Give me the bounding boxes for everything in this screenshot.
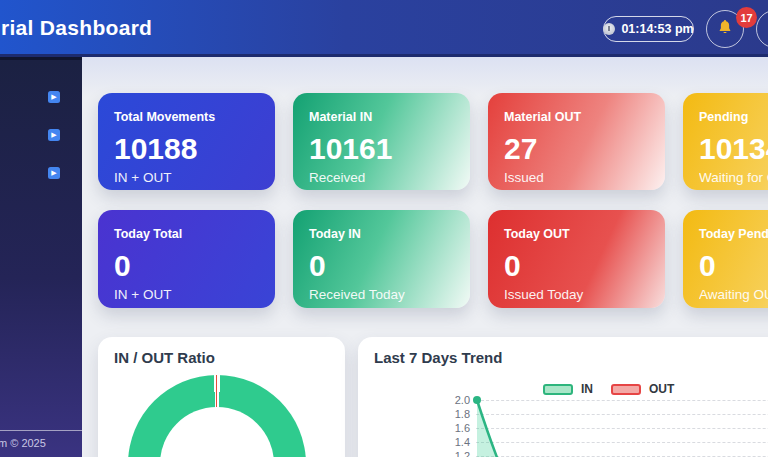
stat-card-today-total: Today Total 0 IN + OUT: [98, 210, 275, 308]
card-value: 0: [504, 251, 649, 281]
card-title: Today Pending: [699, 227, 768, 241]
card-title: Today OUT: [504, 227, 649, 241]
stat-card-material-in: Material IN 10161 Received: [293, 93, 470, 190]
in-out-ratio-donut-chart: [128, 375, 306, 457]
stat-card-today-in: Today IN 0 Received Today: [293, 210, 470, 308]
menu-arrow-icon[interactable]: ▶: [48, 129, 60, 141]
card-value: 0: [309, 251, 454, 281]
card-title: Material OUT: [504, 110, 649, 124]
stat-card-total-movements: Total Movements 10188 IN + OUT: [98, 93, 275, 190]
notification-count-badge: 17: [736, 7, 757, 28]
card-title: Today Total: [114, 227, 259, 241]
content-background: [82, 57, 768, 97]
bell-icon: [716, 18, 734, 40]
sidebar-divider: [0, 430, 82, 431]
card-subtitle: IN + OUT: [114, 170, 259, 185]
stat-card-material-out: Material OUT 27 Issued: [488, 93, 665, 190]
trend-line-chart: [468, 392, 768, 457]
y-axis-tick: 2.0: [442, 394, 470, 406]
y-axis-tick: 1.6: [442, 422, 470, 434]
y-axis-tick: 1.4: [442, 436, 470, 448]
card-value: 10188: [114, 134, 259, 164]
y-axis-tick: 1.8: [442, 408, 470, 420]
menu-arrow-icon[interactable]: ▶: [48, 167, 60, 179]
card-subtitle: Issued Today: [504, 287, 649, 302]
stat-card-today-out: Today OUT 0 Issued Today: [488, 210, 665, 308]
page-title: rial Dashboard: [1, 16, 152, 40]
clock-icon: [603, 23, 615, 35]
chart-title: IN / OUT Ratio: [114, 349, 215, 366]
notification-count: 17: [740, 12, 752, 24]
in-out-ratio-card: IN / OUT Ratio: [98, 337, 345, 457]
card-subtitle: Awaiting OUT: [699, 287, 768, 302]
card-value: 10134: [699, 134, 768, 164]
profile-button[interactable]: [756, 10, 768, 48]
card-value: 27: [504, 134, 649, 164]
card-value: 0: [114, 251, 259, 281]
clock-display[interactable]: 01:14:53 pm: [603, 16, 694, 42]
card-subtitle: Issued: [504, 170, 649, 185]
app-header: rial Dashboard 01:14:53 pm 17: [0, 0, 768, 57]
card-title: Total Movements: [114, 110, 259, 124]
stat-card-today-pending: Today Pending 0 Awaiting OUT: [683, 210, 768, 308]
clock-time: 01:14:53 pm: [621, 22, 693, 36]
card-subtitle: IN + OUT: [114, 287, 259, 302]
card-title: Material IN: [309, 110, 454, 124]
sidebar: ▶ ▶ ▶ m © 2025: [0, 57, 82, 457]
card-subtitle: Received: [309, 170, 454, 185]
menu-arrow-icon[interactable]: ▶: [48, 91, 60, 103]
chart-title: Last 7 Days Trend: [374, 349, 502, 366]
card-value: 10161: [309, 134, 454, 164]
stat-card-pending: Pending 10134 Waiting for OUT: [683, 93, 768, 190]
card-title: Today IN: [309, 227, 454, 241]
y-axis-tick: 1.2: [442, 450, 470, 457]
card-subtitle: Received Today: [309, 287, 454, 302]
card-subtitle: Waiting for OUT: [699, 170, 768, 185]
sidebar-footer: m © 2025: [0, 437, 46, 449]
last-7-days-trend-card: Last 7 Days Trend IN OUT 2.0 1.8 1.6 1.4…: [358, 337, 768, 457]
card-value: 0: [699, 251, 768, 281]
card-title: Pending: [699, 110, 768, 124]
